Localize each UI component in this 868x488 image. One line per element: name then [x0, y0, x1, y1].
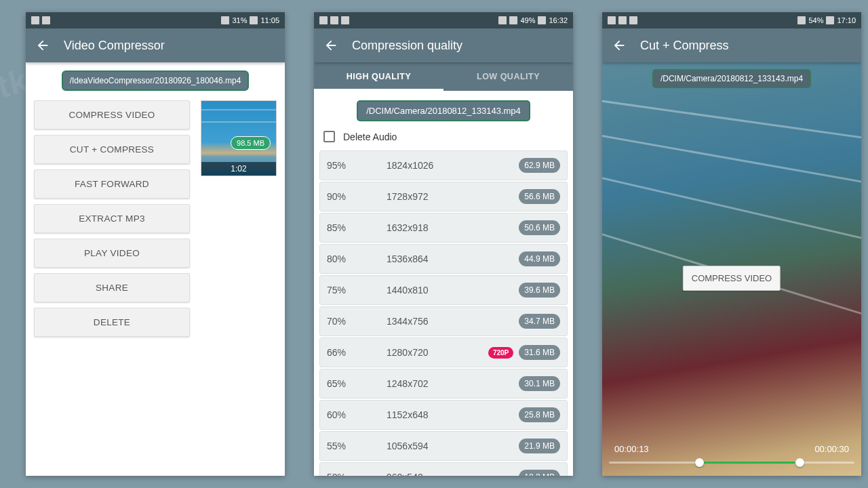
- quality-row[interactable]: 65%1248x70230.1 MB: [319, 369, 568, 399]
- status-icon: [618, 16, 627, 24]
- battery-icon: [826, 16, 834, 24]
- quality-size-badge: 18.3 MB: [519, 470, 560, 476]
- app-bar: Cut + Compress: [602, 28, 861, 62]
- quality-row[interactable]: 55%1056x59421.9 MB: [319, 431, 568, 461]
- quality-resolution: 1632x918: [368, 222, 519, 233]
- quality-size-badge: 50.6 MB: [519, 220, 560, 235]
- quality-resolution: 1440x810: [368, 285, 519, 296]
- trim-slider[interactable]: [609, 458, 854, 468]
- quality-row[interactable]: 85%1632x91850.6 MB: [319, 213, 568, 243]
- compress-video-button[interactable]: COMPRESS VIDEO: [683, 266, 781, 291]
- quality-size-badge: 34.7 MB: [519, 314, 560, 329]
- delete-audio-checkbox[interactable]: [323, 131, 335, 142]
- phone-screen-3: 54% 17:10 Cut + Compress /DCIM/Camera/20…: [602, 12, 861, 476]
- status-icon: [31, 16, 39, 24]
- status-time: 16:32: [549, 16, 568, 24]
- action-button[interactable]: DELETE: [34, 308, 190, 337]
- quality-resolution: 1344x756: [368, 316, 519, 327]
- status-icon: [330, 16, 338, 24]
- quality-size-badge: 25.8 MB: [519, 407, 560, 422]
- app-bar: Compression quality: [314, 28, 573, 62]
- battery-icon: [538, 16, 546, 24]
- app-title: Video Compressor: [64, 39, 165, 53]
- video-thumbnail[interactable]: 98.5 MB 1:02: [201, 100, 277, 176]
- action-button[interactable]: PLAY VIDEO: [34, 239, 190, 268]
- quality-row[interactable]: 90%1728x97256.6 MB: [319, 182, 568, 211]
- delete-audio-label: Delete Audio: [343, 131, 397, 142]
- status-bar: 49% 16:32: [314, 12, 573, 28]
- tab-high-quality[interactable]: HIGH QUALITY: [314, 62, 443, 91]
- quality-pct: 85%: [327, 222, 368, 233]
- signal-icon: [221, 16, 229, 24]
- quality-size-badge: 56.6 MB: [519, 189, 560, 204]
- action-button[interactable]: COMPRESS VIDEO: [34, 100, 190, 129]
- action-button[interactable]: EXTRACT MP3: [34, 204, 190, 233]
- status-icon: [629, 16, 637, 24]
- status-time: 11:05: [260, 16, 279, 24]
- phone-screen-1: 31% 11:05 Video Compressor /IdeaVideoCom…: [26, 12, 285, 476]
- quality-resolution: 1824x1026: [368, 160, 519, 171]
- file-path-chip: /IdeaVideoCompressor/20180926_180046.mp4: [62, 70, 250, 91]
- battery-pct: 31%: [232, 16, 247, 24]
- battery-pct: 54%: [808, 16, 823, 24]
- quality-pct: 70%: [327, 316, 368, 327]
- trim-start-time: 00:00:13: [614, 444, 649, 454]
- back-icon[interactable]: [323, 38, 338, 53]
- quality-row[interactable]: 66%1280x720720P31.6 MB: [319, 338, 568, 367]
- status-icon: [608, 16, 616, 24]
- file-path-chip: /DCIM/Camera/20180812_133143.mp4: [652, 69, 811, 88]
- signal-icon: [509, 16, 517, 24]
- status-icon: [341, 16, 349, 24]
- back-icon[interactable]: [35, 38, 50, 53]
- quality-row[interactable]: 50%960x54018.3 MB: [319, 462, 568, 476]
- quality-size-badge: 44.9 MB: [519, 251, 560, 266]
- quality-row[interactable]: 70%1344x75634.7 MB: [319, 306, 568, 336]
- quality-pct: 65%: [327, 378, 368, 389]
- quality-tab-bar: HIGH QUALITY LOW QUALITY: [314, 62, 573, 91]
- quality-size-badge: 21.9 MB: [519, 439, 560, 453]
- app-title: Cut + Compress: [640, 39, 729, 53]
- status-bar: 54% 17:10: [602, 12, 861, 28]
- quality-pct: 75%: [327, 285, 368, 296]
- video-duration: 1:02: [201, 162, 276, 176]
- quality-pct: 95%: [327, 160, 368, 171]
- battery-icon: [250, 16, 258, 24]
- file-path-chip: /DCIM/Camera/20180812_133143.mp4: [357, 100, 530, 121]
- quality-pct: 90%: [327, 191, 368, 202]
- quality-row[interactable]: 60%1152x64825.8 MB: [319, 400, 568, 430]
- signal-icon: [797, 16, 806, 24]
- back-icon[interactable]: [612, 38, 627, 53]
- quality-size-badge: 30.1 MB: [519, 376, 560, 391]
- quality-resolution: 960x540: [368, 472, 519, 476]
- quality-pct: 55%: [327, 441, 368, 451]
- phone-screen-2: 49% 16:32 Compression quality HIGH QUALI…: [314, 12, 573, 476]
- video-preview[interactable]: /DCIM/Camera/20180812_133143.mp4 COMPRES…: [602, 62, 861, 476]
- quality-row[interactable]: 80%1536x86444.9 MB: [319, 244, 568, 274]
- app-bar: Video Compressor: [26, 28, 285, 62]
- action-button[interactable]: SHARE: [34, 273, 190, 302]
- delete-audio-row[interactable]: Delete Audio: [314, 128, 573, 150]
- quality-resolution: 1728x972: [368, 191, 519, 202]
- quality-resolution: 1536x864: [368, 253, 519, 264]
- action-button[interactable]: FAST FORWARD: [34, 169, 190, 199]
- app-title: Compression quality: [352, 39, 462, 53]
- status-bar: 31% 11:05: [26, 12, 285, 28]
- action-button[interactable]: CUT + COMPRESS: [34, 135, 190, 164]
- cast-icon: [498, 16, 507, 24]
- quality-resolution: 868x488: [368, 347, 488, 358]
- quality-pct: 50%: [327, 472, 368, 476]
- file-size-badge: 98.5 MB: [231, 136, 271, 150]
- quality-row[interactable]: 95%1824x102662.9 MB: [319, 150, 568, 180]
- quality-pct: 80%: [327, 253, 368, 264]
- tab-low-quality[interactable]: LOW QUALITY: [443, 62, 573, 91]
- quality-resolution: 1152x648: [368, 409, 519, 420]
- quality-size-badge: 31.6 MB: [519, 345, 560, 360]
- battery-pct: 49%: [520, 16, 535, 24]
- trim-handle-start[interactable]: [695, 458, 704, 467]
- quality-pct: 60%: [327, 409, 368, 420]
- status-icon: [319, 16, 328, 24]
- trim-handle-end[interactable]: [795, 458, 804, 467]
- quality-row[interactable]: 75%1440x81039.6 MB: [319, 275, 568, 305]
- quality-size-badge: 62.9 MB: [519, 158, 560, 173]
- status-time: 17:10: [837, 16, 856, 24]
